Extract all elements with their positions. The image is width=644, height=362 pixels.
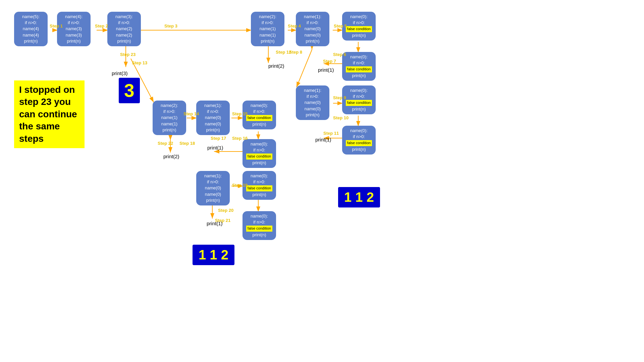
print-label: print(1) — [315, 137, 331, 142]
node-n0f: name(0):if n>0:false conditionprint(n) — [243, 139, 276, 168]
node-n1b: name(1):if n>0:name(0)name(0)print(n) — [296, 85, 329, 120]
node-n3: name(3):if n>0:name(2)name(2)print(n) — [107, 12, 141, 46]
step-label: Step 19 — [232, 183, 248, 188]
node-n1a: name(1):if n>0:name(0)name(0)print(n) — [296, 12, 329, 46]
step-label: Step 3 — [164, 23, 177, 28]
print-label: print(1) — [207, 221, 223, 226]
step-label: Step 12 — [276, 50, 291, 55]
number-box: 3 — [119, 78, 140, 103]
step-label: Step 1 — [50, 23, 63, 28]
print-label: print(1) — [207, 145, 223, 150]
step-label: Step 10 — [333, 115, 348, 120]
step-label: Step 14 — [183, 111, 199, 116]
step-label: Step 2 — [95, 23, 108, 28]
step-label: Step 16 — [232, 136, 248, 141]
node-n1d: name(1):if n>0:name(0)name(0)print(n) — [196, 171, 230, 205]
step-label: Step 9 — [333, 95, 346, 100]
step-label: Step 23 — [120, 52, 136, 57]
print-label: print(2) — [268, 63, 284, 69]
step-label: Step 13 — [132, 60, 147, 65]
step-label: Step 22 — [158, 141, 173, 146]
step-label: Step 4 — [288, 23, 301, 28]
step-label: Step 7 — [323, 59, 336, 64]
arrows-svg — [0, 0, 644, 362]
stopped-message: I stopped on step 23 you can continue th… — [14, 80, 85, 148]
node-n5: name(5):if n>0:name(4)name(4)print(n) — [14, 12, 48, 46]
print-label: print(1) — [318, 67, 334, 73]
node-n2b: name(2):if n>0:name(1)name(1)print(n) — [153, 101, 186, 135]
step-label: Step 6 — [333, 52, 346, 57]
print-label: print(3) — [112, 70, 128, 76]
node-n0d: name(0):if n>0:false conditionprint(n) — [342, 126, 376, 155]
svg-line-24 — [297, 50, 312, 87]
node-n4: name(4):if n>0:name(3)name(3)print(n) — [57, 12, 91, 46]
step-label: Step 17 — [211, 136, 226, 141]
node-n0c: name(0):if n>0:false conditionprint(n) — [342, 85, 376, 114]
step-label: Step 18 — [179, 141, 195, 146]
step-label: Step 20 — [218, 208, 233, 213]
number-box: 1 1 2 — [193, 245, 234, 265]
step-label: Step 11 — [323, 131, 339, 136]
node-n0b: name(0):if n>0:false conditionprint(n) — [342, 52, 376, 81]
node-n0a: name(0):if n>0:false conditionprint(n) — [342, 12, 376, 41]
print-label: print(2) — [163, 154, 179, 159]
step-label: Step 5 — [334, 23, 347, 28]
node-n1c: name(1):if n>0:name(0)name(0)print(n) — [196, 101, 230, 135]
step-label: Step 15 — [232, 111, 248, 116]
node-n0h: name(0):if n>0:false conditionprint(n) — [243, 211, 276, 240]
number-box: 1 1 2 — [338, 187, 380, 207]
node-n2a: name(2):if n>0:name(1)name(1)print(n) — [251, 12, 284, 46]
